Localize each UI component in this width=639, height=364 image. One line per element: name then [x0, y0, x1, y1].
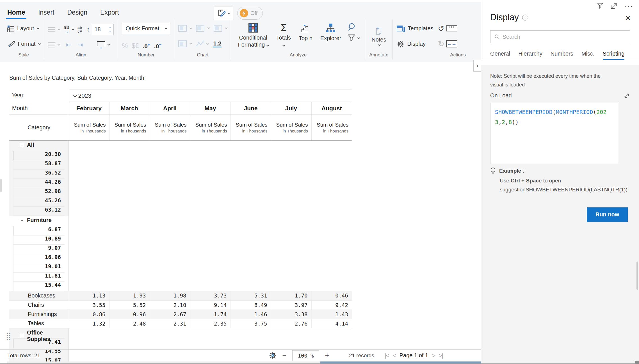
increase-decimal-button[interactable]: .0+ — [143, 42, 150, 50]
first-page-button[interactable]: |< — [385, 352, 389, 359]
last-page-button[interactable]: >| — [439, 352, 443, 359]
expand-editor-icon[interactable] — [624, 93, 629, 99]
run-now-button[interactable]: Run now — [587, 207, 628, 222]
row-label[interactable]: Furnishings — [9, 310, 69, 319]
quick-format-select[interactable]: Quick Format — [122, 23, 170, 34]
month-column-header[interactable]: May — [190, 102, 231, 115]
expand-panel-button[interactable]: › — [473, 60, 481, 72]
format-button[interactable]: Format — [7, 38, 40, 50]
pivot-value-cell: 0.96 — [109, 310, 150, 319]
top-n-button[interactable]: Top n — [296, 22, 315, 43]
search-input[interactable] — [503, 34, 626, 40]
panel-tab-general[interactable]: General — [490, 51, 510, 60]
month-column-header[interactable]: April — [150, 102, 190, 115]
category-dim-label: Category — [9, 115, 69, 141]
pivot-value-cell: 1.32 — [69, 319, 109, 328]
auto-update-toggle[interactable]: Off — [237, 7, 263, 20]
panel-tab-hierarchy[interactable]: Hierarchy — [518, 51, 542, 60]
display-button[interactable]: Display — [396, 38, 433, 50]
measure-column-header[interactable]: Sum of Salesin Thousands — [150, 115, 190, 141]
filter-icon[interactable] — [348, 34, 355, 42]
measure-column-header[interactable]: Sum of Salesin Thousands — [271, 115, 311, 141]
measure-column-header[interactable]: Sum of Salesin Thousands — [69, 115, 109, 141]
zoom-out-button[interactable]: − — [282, 352, 287, 359]
row-label[interactable]: Tables — [9, 319, 69, 328]
measure-column-header[interactable]: Sum of Salesin Thousands — [109, 115, 150, 141]
month-column-header[interactable]: August — [311, 102, 352, 115]
measure-column-header[interactable]: Sum of Salesin Thousands — [190, 115, 231, 141]
edit-mode-button[interactable] — [214, 6, 233, 20]
month-column-header[interactable]: February — [69, 102, 109, 115]
collapse-group-icon[interactable] — [20, 334, 24, 338]
row-label[interactable]: Furniture — [13, 217, 65, 226]
previous-page-button[interactable]: < — [392, 352, 395, 359]
ruler-icon[interactable] — [446, 25, 457, 31]
panel-tab-misc[interactable]: Misc. — [581, 51, 595, 60]
ribbon-tab-home[interactable]: Home — [7, 9, 25, 19]
currency-format-button[interactable]: $€ — [132, 42, 139, 50]
templates-button[interactable]: Templates — [396, 23, 433, 35]
group-number: Quick Format % $€ .0+ .0− Number — [118, 20, 174, 59]
undo-icon[interactable]: ↺ — [438, 24, 444, 33]
zoom-in-button[interactable]: + — [325, 352, 329, 359]
increase-indent-icon[interactable]: ⇥ — [77, 41, 83, 49]
chevron-down-icon — [36, 27, 39, 29]
measure-column-header[interactable]: Sum of Salesin Thousands — [311, 115, 352, 141]
totals-button[interactable]: Σ Totals — [273, 22, 294, 49]
year-value-cell[interactable]: 2023 — [69, 90, 352, 102]
horizontal-align-button[interactable] — [48, 27, 60, 32]
panel-search-box[interactable] — [490, 30, 630, 43]
ribbon-tab-design[interactable]: Design — [67, 9, 87, 19]
pivot-value-cell: 5.52 — [109, 300, 150, 310]
row-label[interactable]: Bookcases — [9, 291, 69, 300]
explorer-button[interactable]: Explorer — [318, 22, 344, 43]
stepper-arrows-icon[interactable]: ⌃⌄ — [109, 27, 111, 32]
vertical-align-button[interactable] — [48, 42, 60, 47]
month-column-header[interactable]: July — [271, 102, 311, 115]
conditional-formatting-button[interactable]: Conditional Formatting — [235, 22, 271, 49]
row-label[interactable]: Office Supplies — [13, 329, 65, 339]
pivot-value-cell: 15.44 — [13, 282, 65, 291]
panel-scrollbar-thumb[interactable] — [636, 262, 638, 290]
row-label[interactable]: All — [13, 142, 65, 151]
pivot-value-cell: 1.93 — [109, 291, 150, 300]
pivot-value-cell: 44.26 — [13, 179, 65, 188]
row-label[interactable]: Chairs — [9, 300, 69, 310]
decrease-indent-icon[interactable]: ⇤ — [66, 41, 71, 49]
code-token: )) — [512, 119, 519, 125]
table-drag-handle[interactable]: ⣿ — [6, 333, 11, 339]
close-panel-icon[interactable]: × — [625, 13, 631, 22]
redo-icon[interactable]: ↻ — [438, 39, 444, 49]
panel-tab-numbers[interactable]: Numbers — [551, 51, 573, 60]
measure-column-header[interactable]: Sum of Salesin Thousands — [231, 115, 271, 141]
collapse-year-icon[interactable] — [73, 94, 77, 97]
percent-format-button[interactable]: % — [122, 42, 127, 50]
panel-tab-scripting[interactable]: Scripting — [603, 51, 625, 60]
shrink-text-button[interactable]: abc↵ — [77, 26, 83, 33]
layout-button[interactable]: Layout — [7, 22, 40, 35]
collapse-group-icon[interactable] — [20, 143, 24, 147]
borders-button[interactable]: ↔ — [97, 41, 109, 49]
left-edge-handle[interactable] — [0, 179, 2, 192]
pivot-value-cell: 9.42 — [311, 300, 352, 310]
month-column-header[interactable]: March — [109, 102, 150, 115]
wrap-text-button[interactable]: ab→ — [63, 26, 74, 33]
notes-label[interactable]: Notes — [371, 36, 386, 43]
ribbon-tab-insert[interactable]: Insert — [38, 9, 54, 19]
settings-gear-icon[interactable] — [269, 352, 277, 359]
collapse-group-icon[interactable] — [20, 218, 24, 222]
font-size-stepper[interactable]: 18 ⌃⌄ — [92, 24, 114, 35]
month-column-header[interactable]: June — [231, 102, 271, 115]
search-icon[interactable] — [348, 22, 357, 31]
row-height-control[interactable]: ↕ 18 ⌃⌄ — [86, 24, 114, 35]
next-page-button[interactable]: > — [432, 352, 435, 359]
resize-columns-icon[interactable]: ←→ — [446, 40, 457, 47]
decrease-decimal-button[interactable]: .0− — [154, 42, 161, 50]
info-icon[interactable]: i — [522, 15, 528, 20]
ribbon-tab-export[interactable]: Export — [100, 9, 119, 19]
script-editor[interactable]: SHOWBETWEENPERIOD(MONTHPERIOD(2023,2,8)) — [490, 103, 618, 164]
script-code[interactable]: SHOWBETWEENPERIOD(MONTHPERIOD(2023,2,8)) — [495, 107, 607, 127]
decimal-view-button[interactable]: 1.2 — [213, 40, 221, 47]
pivot-value-cell: 11.81 — [13, 273, 65, 282]
zoom-level-input[interactable]: 100 % — [292, 350, 319, 361]
